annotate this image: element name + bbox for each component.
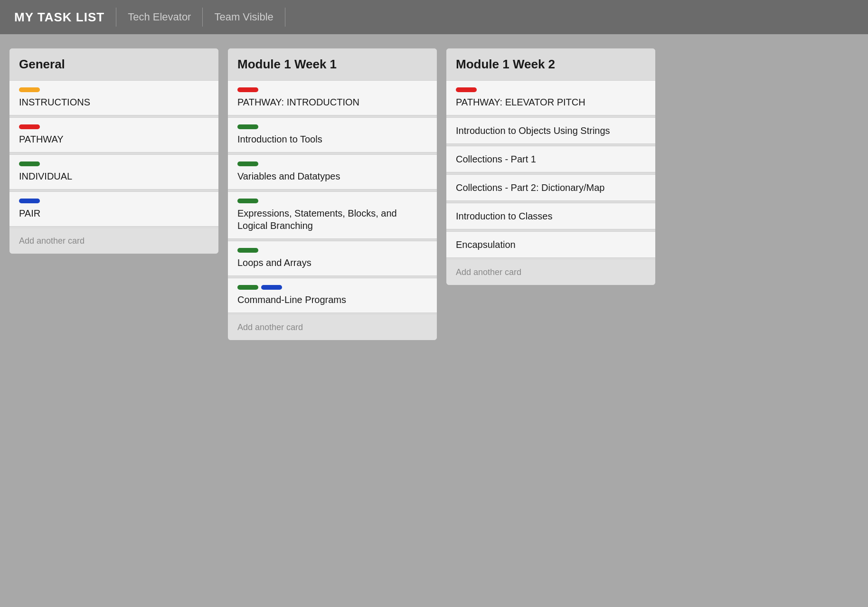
column-title-general: General xyxy=(19,57,209,72)
card-labels xyxy=(237,124,427,129)
list-item[interactable]: Variables and Datatypes xyxy=(228,154,437,190)
card-title: INDIVIDUAL xyxy=(19,170,209,182)
card-title: Collections - Part 2: Dictionary/Map xyxy=(456,181,646,194)
list-item[interactable]: PATHWAY: ELEVATOR PITCH xyxy=(446,80,655,115)
column-module1week1: Module 1 Week 1PATHWAY: INTRODUCTIONIntr… xyxy=(228,48,437,340)
list-item[interactable]: PAIR xyxy=(9,191,218,227)
add-card-button[interactable]: Add another card xyxy=(228,315,437,340)
card-title: PAIR xyxy=(19,207,209,219)
label-green xyxy=(237,248,258,253)
board: GeneralINSTRUCTIONSPATHWAYINDIVIDUALPAIR… xyxy=(0,34,868,354)
list-item[interactable]: Encapsulation xyxy=(446,231,655,258)
app-header: MY TASK LIST Tech Elevator Team Visible xyxy=(0,0,868,34)
card-title: Variables and Datatypes xyxy=(237,170,427,182)
card-title: Expressions, Statements, Blocks, and Log… xyxy=(237,207,427,232)
card-title: Loops and Arrays xyxy=(237,256,427,269)
list-item[interactable]: PATHWAY xyxy=(9,117,218,152)
card-title: Introduction to Classes xyxy=(456,210,646,222)
column-header-general: General xyxy=(9,48,218,78)
label-orange xyxy=(19,87,40,92)
add-card-button[interactable]: Add another card xyxy=(446,260,655,285)
list-item[interactable]: INDIVIDUAL xyxy=(9,154,218,190)
label-blue xyxy=(261,285,282,290)
label-green xyxy=(237,124,258,129)
header-divider-1 xyxy=(116,8,116,27)
label-green xyxy=(237,161,258,166)
card-title: Encapsulation xyxy=(456,238,646,251)
card-title: PATHWAY: INTRODUCTION xyxy=(237,96,427,108)
card-labels xyxy=(237,285,427,290)
card-title: Introduction to Tools xyxy=(237,133,427,145)
list-item[interactable]: Loops and Arrays xyxy=(228,241,437,276)
card-labels xyxy=(19,161,209,166)
header-nav-tech-elevator[interactable]: Tech Elevator xyxy=(128,11,191,23)
label-red xyxy=(237,87,258,92)
card-title: INSTRUCTIONS xyxy=(19,96,209,108)
card-title: PATHWAY: ELEVATOR PITCH xyxy=(456,96,646,108)
list-item[interactable]: Command-Line Programs xyxy=(228,278,437,313)
list-item[interactable]: Expressions, Statements, Blocks, and Log… xyxy=(228,191,437,239)
column-title-module1week2: Module 1 Week 2 xyxy=(456,57,646,72)
list-item[interactable]: Introduction to Objects Using Strings xyxy=(446,117,655,144)
label-green xyxy=(19,161,40,166)
header-divider-2 xyxy=(202,8,203,27)
card-title: PATHWAY xyxy=(19,133,209,145)
app-title: MY TASK LIST xyxy=(14,10,104,25)
list-item[interactable]: PATHWAY: INTRODUCTION xyxy=(228,80,437,115)
label-red xyxy=(19,124,40,129)
label-green xyxy=(237,199,258,203)
label-red xyxy=(456,87,477,92)
list-item[interactable]: Introduction to Tools xyxy=(228,117,437,152)
add-card-button[interactable]: Add another card xyxy=(9,228,218,254)
card-title: Collections - Part 1 xyxy=(456,153,646,165)
column-general: GeneralINSTRUCTIONSPATHWAYINDIVIDUALPAIR… xyxy=(9,48,218,254)
card-labels xyxy=(237,199,427,203)
card-labels xyxy=(237,248,427,253)
column-module1week2: Module 1 Week 2PATHWAY: ELEVATOR PITCHIn… xyxy=(446,48,655,285)
header-divider-3 xyxy=(285,8,285,27)
header-nav-team-visible[interactable]: Team Visible xyxy=(214,11,273,23)
list-item[interactable]: Collections - Part 1 xyxy=(446,146,655,172)
column-title-module1week1: Module 1 Week 1 xyxy=(237,57,427,72)
label-green xyxy=(237,285,258,290)
card-labels xyxy=(237,161,427,166)
column-header-module1week2: Module 1 Week 2 xyxy=(446,48,655,78)
card-title: Command-Line Programs xyxy=(237,294,427,306)
card-labels xyxy=(237,87,427,92)
card-labels xyxy=(19,124,209,129)
label-blue xyxy=(19,199,40,203)
list-item[interactable]: Collections - Part 2: Dictionary/Map xyxy=(446,174,655,201)
list-item[interactable]: INSTRUCTIONS xyxy=(9,80,218,115)
card-labels xyxy=(19,87,209,92)
list-item[interactable]: Introduction to Classes xyxy=(446,203,655,229)
card-labels xyxy=(19,199,209,203)
column-header-module1week1: Module 1 Week 1 xyxy=(228,48,437,78)
card-title: Introduction to Objects Using Strings xyxy=(456,124,646,137)
card-labels xyxy=(456,87,646,92)
